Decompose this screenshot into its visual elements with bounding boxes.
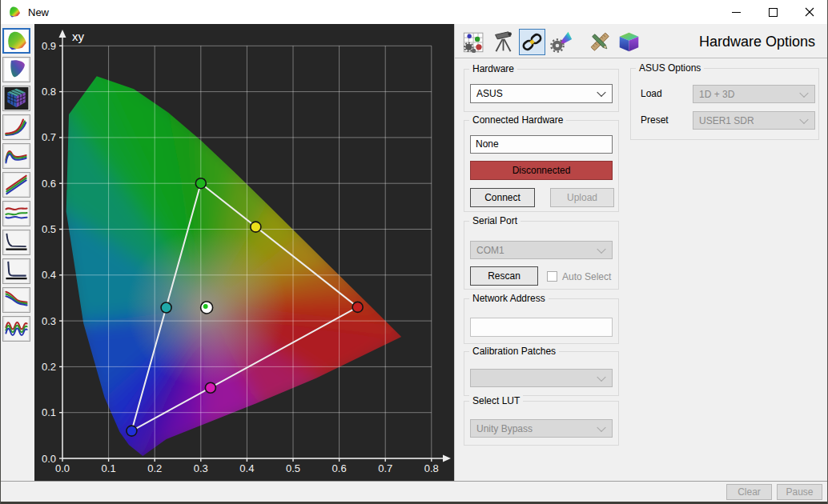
chart-point-blue-primary bbox=[127, 426, 137, 436]
connection-status-banner: Disconnected bbox=[470, 161, 613, 180]
chevron-down-icon bbox=[597, 372, 605, 381]
serial-port-group: Serial Port COM1 Rescan Auto Select bbox=[464, 221, 619, 290]
svg-text:0.9: 0.9 bbox=[42, 40, 56, 52]
window-controls bbox=[717, 0, 828, 24]
chart-point-white-point bbox=[201, 302, 213, 314]
hardware-group: Hardware ASUS bbox=[464, 69, 619, 112]
sidebar-item-dip-curve[interactable] bbox=[2, 230, 30, 255]
manual-measure-icon[interactable] bbox=[587, 29, 613, 55]
svg-text:0.7: 0.7 bbox=[42, 131, 56, 143]
upload-button: Upload bbox=[550, 188, 614, 207]
chevron-down-icon bbox=[799, 114, 808, 123]
sidebar-item-descending-curves[interactable] bbox=[2, 287, 30, 313]
sidebar-item-decay-curve[interactable] bbox=[2, 258, 30, 284]
svg-text:0.4: 0.4 bbox=[42, 269, 56, 281]
sidebar-item-lut-cube-3d[interactable] bbox=[2, 86, 30, 111]
maximize-button[interactable] bbox=[754, 0, 791, 24]
svg-text:0.2: 0.2 bbox=[42, 361, 56, 373]
separation-curves-thumbnail-icon bbox=[4, 202, 29, 225]
close-icon bbox=[805, 7, 814, 17]
chevron-down-icon bbox=[597, 244, 605, 253]
chart-type-sidebar bbox=[0, 24, 34, 481]
sidebar-item-cie-xy-chart[interactable] bbox=[2, 28, 30, 54]
app-gamut-icon bbox=[7, 6, 22, 18]
hardware-connect-icon[interactable] bbox=[519, 29, 545, 55]
select-lut-group-label: Select LUT bbox=[469, 395, 523, 407]
svg-text:0.8: 0.8 bbox=[424, 462, 439, 474]
sidebar-item-rgb-balance-curves[interactable] bbox=[2, 143, 30, 169]
sidebar-item-rgb-separation-curves[interactable] bbox=[2, 201, 30, 226]
svg-text:0.5: 0.5 bbox=[286, 462, 300, 474]
chart-axis-label: xy bbox=[72, 30, 85, 43]
balance-curves-thumbnail-icon bbox=[4, 145, 29, 167]
profile-gear-icon[interactable] bbox=[548, 29, 574, 55]
lut-cube-icon[interactable] bbox=[616, 29, 642, 55]
hardware-options-panel: Hardware Options Hardware ASUS Connected… bbox=[454, 24, 828, 481]
maximize-icon bbox=[769, 8, 778, 17]
rescan-button[interactable]: Rescan bbox=[470, 266, 538, 286]
load-label: Load bbox=[641, 88, 662, 99]
decay-curve-thumbnail-icon bbox=[4, 260, 29, 282]
calibration-patches-select bbox=[470, 369, 613, 387]
sidebar-item-oscillation-curves[interactable] bbox=[2, 316, 30, 342]
chart-area: 0.00.10.20.30.40.50.60.70.80.00.10.20.30… bbox=[34, 24, 454, 481]
svg-text:0.6: 0.6 bbox=[42, 178, 56, 190]
titlebar: New bbox=[0, 0, 828, 24]
network-address-group: Network Address bbox=[464, 298, 619, 344]
asus-options-group: ASUS Options Load 1D + 3D Preset USER1 S… bbox=[630, 68, 819, 140]
svg-text:0.7: 0.7 bbox=[378, 462, 392, 474]
chart-point-green-primary bbox=[195, 178, 206, 189]
oscillation-curves-thumbnail-icon bbox=[4, 318, 29, 340]
gamma-curves-thumbnail-icon bbox=[4, 116, 29, 138]
dip-curve-thumbnail-icon bbox=[4, 231, 29, 254]
auto-select-label: Auto Select bbox=[562, 271, 611, 282]
pause-button: Pause bbox=[777, 484, 822, 500]
chevron-down-icon bbox=[597, 422, 605, 431]
connect-button[interactable]: Connect bbox=[470, 188, 535, 207]
patch-generator-icon[interactable] bbox=[461, 29, 488, 55]
serial-port-group-label: Serial Port bbox=[469, 215, 521, 227]
svg-text:0.1: 0.1 bbox=[42, 406, 56, 418]
network-address-group-label: Network Address bbox=[469, 293, 549, 305]
toolbar-separator bbox=[455, 58, 828, 58]
svg-text:0.3: 0.3 bbox=[194, 462, 208, 474]
hardware-select[interactable]: ASUS bbox=[470, 84, 613, 103]
toolbar: Hardware Options bbox=[461, 27, 828, 56]
hardware-group-label: Hardware bbox=[469, 63, 517, 75]
svg-text:0.6: 0.6 bbox=[332, 462, 347, 474]
calibration-patches-group-label: Calibration Patches bbox=[469, 346, 559, 358]
ramp-thumbnail-icon bbox=[4, 174, 29, 196]
network-address-input[interactable] bbox=[470, 318, 613, 337]
chevron-down-icon bbox=[799, 88, 808, 97]
svg-text:0.4: 0.4 bbox=[239, 462, 254, 474]
descending-curves-thumbnail-icon bbox=[4, 289, 29, 311]
cie-xy-thumbnail-icon bbox=[4, 30, 29, 52]
page-title: Hardware Options bbox=[699, 34, 815, 50]
cube-3d-thumbnail-icon bbox=[4, 87, 29, 110]
sidebar-item-rgb-ramp[interactable] bbox=[2, 172, 30, 198]
select-lut-select: Unity Bypass bbox=[470, 419, 613, 438]
calibration-patches-group: Calibration Patches bbox=[464, 351, 619, 396]
chart-point-red-primary bbox=[352, 302, 363, 312]
svg-text:0.8: 0.8 bbox=[42, 86, 56, 98]
probe-tripod-icon[interactable] bbox=[490, 29, 516, 55]
spectral-locus-fill bbox=[52, 53, 420, 470]
app-window: New bbox=[0, 0, 828, 504]
sidebar-item-cie-uv-chart[interactable] bbox=[2, 57, 30, 82]
asus-options-group-label: ASUS Options bbox=[636, 62, 704, 74]
connected-hardware-group: Connected Hardware None Disconnected Con… bbox=[464, 120, 619, 212]
svg-text:0.3: 0.3 bbox=[42, 315, 56, 327]
cie-xy-chart: 0.00.10.20.30.40.50.60.70.80.00.10.20.30… bbox=[34, 24, 454, 481]
svg-text:0.0: 0.0 bbox=[55, 462, 70, 474]
auto-select-checkbox bbox=[547, 271, 557, 282]
minimize-button[interactable] bbox=[717, 0, 754, 24]
close-button[interactable] bbox=[791, 0, 828, 24]
chart-point-magenta-secondary bbox=[205, 382, 215, 393]
svg-text:0.2: 0.2 bbox=[147, 462, 162, 474]
serial-port-select: COM1 bbox=[470, 241, 613, 259]
sidebar-item-gamma-curves[interactable] bbox=[2, 114, 30, 140]
connected-device-field: None bbox=[470, 135, 613, 154]
svg-text:0.1: 0.1 bbox=[102, 462, 116, 474]
chevron-down-icon bbox=[597, 88, 605, 97]
connected-hardware-group-label: Connected Hardware bbox=[469, 114, 566, 126]
